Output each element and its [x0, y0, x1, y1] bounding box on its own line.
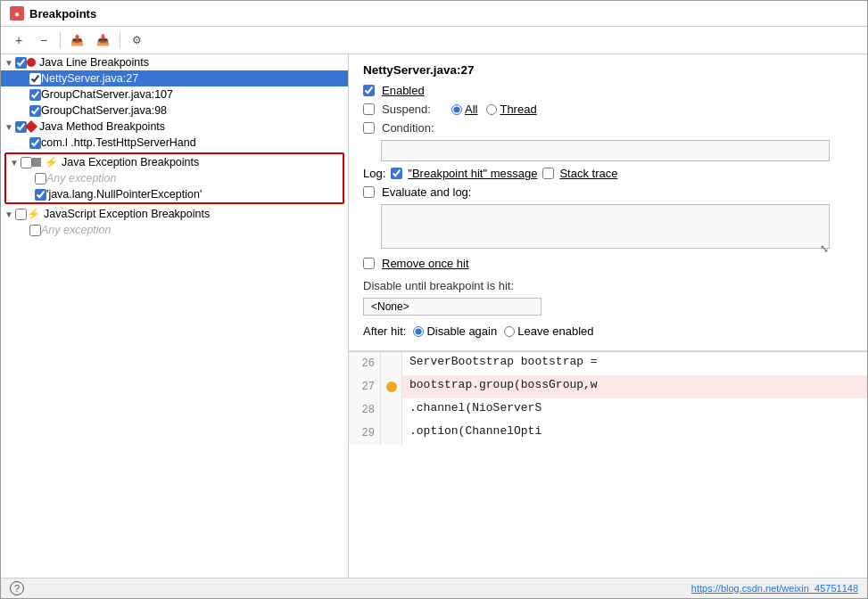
netty-server-label: NettyServer.java:27 — [41, 72, 138, 85]
suspend-row: Suspend: All Thread — [363, 103, 853, 116]
import-button[interactable]: 📥 — [92, 30, 114, 50]
line-num-29: 29 — [349, 422, 381, 445]
suspend-all-item[interactable]: All — [451, 103, 477, 116]
code-line-29: 29 .option(ChannelOpti — [349, 422, 867, 445]
eval-expand-icon[interactable]: ⤡ — [820, 242, 829, 255]
disable-again-radio[interactable] — [413, 326, 424, 337]
diamond-icon — [25, 120, 37, 133]
section-java-method[interactable]: ▼ Java Method Breakpoints — [1, 119, 348, 135]
checkbox-com-l[interactable] — [29, 137, 41, 149]
detail-section: NettyServer.java:27 Enabled Suspend: All — [349, 54, 867, 351]
checkbox-null-pointer[interactable] — [35, 189, 46, 201]
condition-input-wrapper — [363, 140, 853, 167]
section-java-line[interactable]: ▼ Java Line Breakpoints — [1, 54, 348, 70]
code-line-27: 27 bootstrap.group(bossGroup,w — [349, 375, 867, 398]
chevron-spacer-3 — [19, 106, 29, 116]
checkbox-netty-server[interactable] — [29, 73, 41, 85]
evaluate-input-wrapper: ⤡ — [363, 204, 853, 257]
chevron-spacer-4 — [19, 138, 29, 148]
suspend-thread-item[interactable]: Thread — [486, 103, 536, 116]
suspend-thread-radio[interactable] — [486, 104, 497, 115]
suspend-thread-label: Thread — [500, 103, 536, 116]
help-icon[interactable]: ? — [10, 581, 24, 595]
suspend-radio-group: All Thread — [451, 103, 537, 116]
detail-title: NettyServer.java:27 — [363, 63, 853, 77]
line-num-28: 28 — [349, 398, 381, 422]
suspend-label: Suspend: — [382, 103, 444, 116]
any-exception-label: Any exception — [46, 172, 117, 185]
section-java-exception[interactable]: ▼ ⚡ Java Exception Breakpoints — [6, 154, 343, 170]
remove-once-label: Remove once hit — [382, 257, 469, 270]
right-panel: NettyServer.java:27 Enabled Suspend: All — [349, 54, 867, 578]
item-com-l[interactable]: com.l .http.TestHttpServerHand — [1, 135, 348, 151]
settings-button[interactable]: ⚙ — [126, 30, 147, 50]
item-netty-server[interactable]: NettyServer.java:27 — [1, 70, 348, 86]
item-group-chat-98[interactable]: GroupChatServer.java:98 — [1, 103, 348, 119]
checkbox-java-line[interactable] — [15, 57, 27, 69]
condition-row: Condition: — [363, 121, 853, 135]
line-gutter-29 — [381, 422, 402, 445]
log-stack-trace-label: Stack trace — [559, 167, 617, 180]
square-icon — [32, 158, 41, 167]
code-line-28: 28 .channel(NioServerS — [349, 398, 867, 422]
code-content-28: .channel(NioServerS — [402, 398, 549, 422]
evaluate-row: Evaluate and log: — [363, 185, 853, 199]
status-url: https://blog.csdn.net/weixin_45751148 — [691, 583, 858, 594]
item-any-exception-js[interactable]: Any exception — [1, 222, 348, 238]
log-breakpoint-hit-checkbox[interactable] — [391, 168, 402, 179]
disable-until-label: Disable until breakpoint is hit: — [363, 279, 514, 292]
group-chat-98-label: GroupChatServer.java:98 — [41, 104, 167, 117]
leave-enabled-radio[interactable] — [504, 326, 515, 337]
chevron-expand-js-exception: ▼ — [4, 209, 15, 219]
leave-enabled-item[interactable]: Leave enabled — [504, 324, 593, 338]
disable-again-item[interactable]: Disable again — [413, 324, 497, 338]
section-js-exception[interactable]: ▼ ⚡ JavaScript Exception Breakpoints — [1, 206, 348, 222]
condition-label: Condition: — [382, 121, 444, 135]
red-dot-icon — [27, 58, 36, 67]
chevron-spacer-2 — [19, 90, 29, 100]
any-exception-js-label: Any exception — [41, 224, 112, 236]
js-exception-label: JavaScript Exception Breakpoints — [44, 208, 210, 220]
checkbox-js-exception[interactable] — [15, 209, 27, 220]
checkbox-group-107[interactable] — [29, 89, 41, 101]
toolbar-separator-2 — [120, 32, 120, 48]
remove-button[interactable]: − — [33, 30, 54, 50]
enabled-checkbox[interactable] — [363, 85, 375, 96]
suspend-all-label: All — [465, 103, 477, 116]
checkbox-any-exception-js[interactable] — [29, 225, 41, 236]
chevron-expand-exception: ▼ — [10, 158, 21, 168]
checkbox-group-98[interactable] — [29, 105, 41, 117]
java-line-label: Java Line Breakpoints — [39, 56, 149, 69]
suspend-all-radio[interactable] — [451, 104, 462, 115]
remove-once-checkbox[interactable] — [363, 258, 375, 269]
add-button[interactable]: + — [8, 30, 29, 50]
window-title: Breakpoints — [29, 7, 96, 21]
log-label: Log: — [363, 167, 385, 180]
disable-until-dropdown[interactable]: <None> — [363, 298, 541, 316]
item-null-pointer[interactable]: 'java.lang.NullPointerException' — [6, 186, 343, 202]
line-gutter-27 — [381, 375, 402, 398]
checkbox-any-exception[interactable] — [35, 173, 46, 185]
js-lightning-icon: ⚡ — [27, 208, 40, 220]
enabled-row: Enabled — [363, 84, 853, 97]
condition-checkbox[interactable] — [363, 122, 375, 134]
title-bar: ● Breakpoints — [1, 1, 867, 27]
chevron-spacer-6 — [24, 190, 35, 200]
group-chat-107-label: GroupChatServer.java:107 — [41, 88, 173, 101]
checkbox-java-exception[interactable] — [21, 157, 32, 168]
export-button[interactable]: 📤 — [66, 30, 88, 50]
left-panel: ▼ Java Line Breakpoints NettyServer.java… — [1, 54, 349, 578]
condition-input[interactable] — [381, 140, 830, 161]
suspend-checkbox[interactable] — [363, 103, 375, 115]
item-any-exception[interactable]: Any exception — [6, 170, 343, 186]
line-num-27: 27 — [349, 375, 381, 398]
breakpoint-indicator-icon — [386, 382, 397, 392]
evaluate-textarea[interactable] — [381, 204, 830, 249]
toolbar: + − 📤 📥 ⚙ — [1, 27, 867, 54]
lightning-icon: ⚡ — [45, 156, 58, 168]
chevron-spacer — [19, 74, 29, 84]
disable-until-wrapper: <None> — [363, 296, 853, 321]
evaluate-checkbox[interactable] — [363, 186, 375, 198]
item-group-chat-107[interactable]: GroupChatServer.java:107 — [1, 86, 348, 103]
log-stack-trace-checkbox[interactable] — [542, 168, 554, 179]
